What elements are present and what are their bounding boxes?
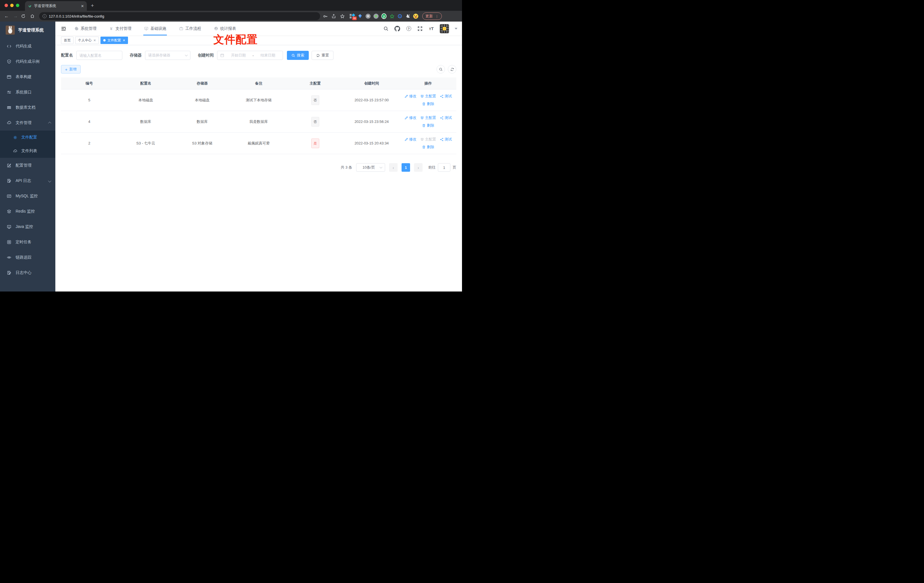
fullscreen-icon[interactable] bbox=[417, 26, 423, 31]
end-date-placeholder: 结束日期 bbox=[256, 53, 280, 58]
config-name-input[interactable] bbox=[76, 51, 122, 60]
nav-label: 系统管理 bbox=[81, 26, 96, 31]
password-key-icon[interactable] bbox=[322, 14, 328, 19]
user-menu-caret-icon[interactable] bbox=[455, 28, 457, 30]
star-extension-icon[interactable] bbox=[389, 13, 394, 19]
avatar[interactable] bbox=[440, 24, 449, 33]
sidebar-item-db-doc[interactable]: 数据库文档 bbox=[0, 100, 55, 115]
zoom-window-button[interactable] bbox=[16, 4, 19, 7]
sidebar-item-log-center[interactable]: 日志中心 bbox=[0, 265, 55, 281]
add-button[interactable]: + 新增 bbox=[61, 65, 81, 74]
prev-page-button[interactable]: ‹ bbox=[389, 163, 398, 172]
edit-label: 修改 bbox=[409, 115, 417, 121]
reset-button[interactable]: 重置 bbox=[312, 51, 333, 60]
gem-extension-icon[interactable] bbox=[358, 13, 363, 19]
extension-grid-icon[interactable]: 11 bbox=[350, 13, 355, 19]
storage-select[interactable]: 请选择存储器 bbox=[145, 51, 190, 60]
sidebar-item-config-mgmt[interactable]: 配置管理 bbox=[0, 158, 55, 173]
nav-item-system[interactable]: 系统管理 bbox=[74, 21, 96, 35]
browser-tab-title: 芋道管理系统 bbox=[34, 3, 79, 8]
site-info-icon[interactable]: i bbox=[43, 14, 46, 18]
goto-page-input[interactable] bbox=[438, 163, 450, 172]
sidebar-item-form-builder[interactable]: 表单构建 bbox=[0, 69, 55, 84]
cell-name: S3 - 七牛云 bbox=[117, 141, 174, 146]
chevron-down-icon bbox=[380, 166, 383, 168]
nav-item-payment[interactable]: ¥ 支付管理 bbox=[109, 21, 131, 35]
tag-profile[interactable]: 个人中心 ✕ bbox=[75, 36, 99, 44]
github-icon[interactable] bbox=[394, 26, 400, 31]
edit-action[interactable]: 修改 bbox=[404, 94, 417, 99]
page-unit-label: 页 bbox=[453, 165, 456, 170]
delete-action[interactable]: 删除 bbox=[422, 101, 434, 106]
sidebar-item-mysql-monitor[interactable]: MySQL 监控 bbox=[0, 188, 55, 204]
tab-close-icon[interactable]: ✕ bbox=[81, 4, 84, 8]
next-page-button[interactable]: › bbox=[414, 163, 422, 172]
close-icon[interactable]: ✕ bbox=[122, 39, 125, 42]
browser-update-button[interactable]: 更新 ⋮ bbox=[422, 13, 442, 20]
sidebar-item-cron-job[interactable]: 定时任务 bbox=[0, 235, 55, 250]
cell-remark: 戴佩妮真可爱 bbox=[231, 141, 287, 146]
refresh-button[interactable] bbox=[448, 65, 456, 74]
sidebar-item-redis-monitor[interactable]: Redis 监控 bbox=[0, 204, 55, 219]
nav-item-reports[interactable]: 统计报表 bbox=[214, 21, 236, 35]
tag-home[interactable]: 首页 bbox=[61, 36, 74, 44]
sidebar-item-file-list[interactable]: 文件列表 bbox=[0, 144, 55, 158]
recorder-extension-icon[interactable] bbox=[373, 13, 379, 19]
minimize-window-button[interactable] bbox=[10, 4, 13, 7]
page-size-select[interactable]: 10条/页 bbox=[356, 163, 385, 172]
home-icon[interactable] bbox=[30, 14, 38, 18]
show-search-button[interactable] bbox=[436, 65, 445, 74]
edit-action[interactable]: 修改 bbox=[404, 115, 417, 121]
tag-file-config[interactable]: 文件配置 ✕ bbox=[101, 36, 128, 44]
search-button[interactable]: 搜索 bbox=[287, 51, 309, 60]
sidebar-item-system-api[interactable]: 系统接口 bbox=[0, 84, 55, 100]
new-tab-button[interactable]: + bbox=[91, 3, 94, 9]
url-bar[interactable]: i 127.0.0.1:1024/infra/file/file-config bbox=[39, 12, 320, 20]
browser-tab[interactable]: 芋道管理系统 ✕ bbox=[25, 1, 87, 11]
font-size-icon[interactable]: тT bbox=[429, 26, 434, 31]
sidebar-item-code-demo[interactable]: 代码生成示例 bbox=[0, 54, 55, 69]
sidebar-item-file-config[interactable]: 文件配置 bbox=[0, 130, 55, 144]
puzzle-extensions-icon[interactable] bbox=[405, 13, 410, 19]
nav-item-infra[interactable]: 基础设施 bbox=[144, 21, 166, 35]
test-action[interactable]: 测试 bbox=[440, 115, 452, 121]
sidebar-item-code-gen[interactable]: 代码生成 bbox=[0, 39, 55, 54]
browser-menu-icon[interactable]: ⋮ bbox=[435, 14, 439, 18]
master-label: 主配置 bbox=[425, 94, 436, 99]
delete-action[interactable]: 删除 bbox=[422, 144, 434, 150]
plus-icon: + bbox=[65, 67, 68, 71]
emoji-extension-icon[interactable] bbox=[413, 13, 418, 19]
target-extension-icon[interactable] bbox=[397, 13, 403, 19]
master-action[interactable]: 主配置 bbox=[420, 94, 436, 99]
test-action[interactable]: 测试 bbox=[440, 137, 452, 142]
edit-action[interactable]: 修改 bbox=[404, 137, 417, 142]
current-page-button[interactable]: 1 bbox=[401, 163, 410, 172]
chevron-up-icon bbox=[48, 122, 51, 125]
favicon bbox=[28, 4, 32, 8]
app-logo[interactable]: 芋道管理系统 bbox=[0, 21, 55, 39]
search-icon[interactable] bbox=[383, 26, 389, 31]
date-range-picker[interactable]: 开始日期 - 结束日期 bbox=[217, 51, 283, 60]
nav-item-workflow[interactable]: 工作流程 bbox=[179, 21, 201, 35]
forward-icon[interactable]: → bbox=[12, 13, 19, 19]
sidebar-item-api-log[interactable]: API 日志 bbox=[0, 173, 55, 188]
bookmark-star-icon[interactable] bbox=[339, 14, 346, 19]
delete-action[interactable]: 删除 bbox=[422, 123, 434, 128]
help-icon[interactable]: ? bbox=[406, 26, 411, 31]
macos-traffic-lights[interactable] bbox=[5, 4, 19, 7]
collapse-sidebar-icon[interactable] bbox=[61, 26, 66, 31]
sidebar-item-tracing[interactable]: 链路追踪 bbox=[0, 250, 55, 265]
share-icon[interactable] bbox=[330, 14, 337, 18]
back-icon[interactable]: ← bbox=[3, 13, 10, 19]
test-action[interactable]: 测试 bbox=[440, 94, 452, 99]
reload-icon[interactable] bbox=[21, 14, 28, 18]
master-action[interactable]: 主配置 bbox=[420, 115, 436, 121]
close-icon[interactable]: ✕ bbox=[93, 39, 96, 42]
command-extension-icon[interactable]: ⌘ bbox=[366, 13, 371, 19]
y-extension-icon[interactable]: y bbox=[381, 13, 386, 19]
pencil-icon bbox=[404, 94, 408, 98]
close-window-button[interactable] bbox=[5, 4, 8, 7]
layers-icon bbox=[7, 209, 12, 214]
sidebar-item-java-monitor[interactable]: Java 监控 bbox=[0, 219, 55, 235]
sidebar-item-file-mgmt[interactable]: 文件管理 bbox=[0, 115, 55, 130]
